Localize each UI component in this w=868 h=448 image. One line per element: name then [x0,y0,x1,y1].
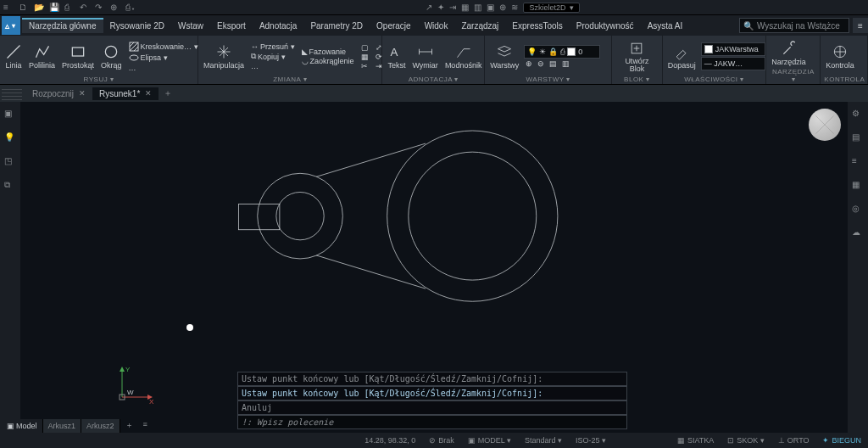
search-placeholder: Wyszukaj na Wstążce [757,21,840,31]
menu-icon[interactable]: ≡ [3,3,14,13]
template-dropdown[interactable]: Szkielet2D▾ [523,3,579,13]
tab-ai[interactable]: Asysta AI [641,18,690,33]
cloud-icon[interactable]: ☁ [852,227,864,239]
globe-icon[interactable]: ⊕ [110,3,120,13]
redo-icon[interactable]: ↷ [95,3,105,13]
grid-icon[interactable]: ▦ [461,3,469,12]
viewport[interactable]: Y X W Ustaw punkt końcowy lub [Kąt/Długo… [20,102,848,433]
tab-draw2d[interactable]: Rysowanie 2D [103,18,171,33]
undo-icon[interactable]: ↶ [80,3,90,13]
cmd-input[interactable]: !: Wpisz polecenie [237,415,627,429]
layout-sheet1[interactable]: Arkusz1 [43,419,82,433]
close-icon[interactable]: ✕ [145,89,152,98]
status-orto[interactable]: ⊥ORTO [775,436,813,445]
layer-selector[interactable]: 💡 ☀ 🔒 ⎙ 0 [524,45,600,59]
copy-icon[interactable]: ⧉ [4,180,16,192]
arrow-icon[interactable]: ↗ [426,3,432,12]
add-layout-button[interactable]: ＋ [120,419,138,433]
layers2-icon[interactable]: ▤ [852,132,864,144]
nav-icon[interactable]: ▣ [4,109,16,120]
array-icon[interactable]: ▦ [359,53,370,61]
open-icon[interactable]: 📂 [34,3,44,13]
trim-icon[interactable]: ✂ [359,62,370,70]
status-siatka[interactable]: ▦SIATKA [674,436,717,445]
linetype-selector[interactable]: — JAKW… [701,57,765,70]
line-button[interactable]: Linia [3,43,24,70]
ribbon-search[interactable]: 🔍 Wyszukaj na Wstążce [739,18,849,33]
ribbon: Linia Polilinia Prostokąt Okrąg Kreskowa… [0,36,868,85]
box-icon[interactable]: ◳ [4,156,16,168]
cursor-pickbox [186,324,193,331]
tab-insert[interactable]: Wstaw [171,18,210,33]
chamfer-button[interactable]: ◣Fazowanie [300,48,356,56]
col-icon[interactable]: ▥ [474,3,481,12]
match-props-button[interactable]: Dopasuj [666,43,698,70]
status-standard[interactable]: Standard ▾ [521,436,565,445]
tab-params[interactable]: Parametry 2D [303,18,370,33]
tab-home[interactable]: Narzędzia główne [22,18,103,33]
bulb-icon[interactable]: 💡 [4,132,16,144]
dimension-button[interactable]: Wymiar [410,43,439,70]
move-button[interactable]: ↔Przesuń ▾ [249,42,297,51]
text-button[interactable]: A Tekst [386,43,407,70]
fillet-button[interactable]: ◡Zaokrąglenie [300,57,356,65]
more-modify-button[interactable]: … [249,62,297,70]
color-selector[interactable]: JAKWarstwa [701,42,765,56]
tab-view[interactable]: Widok [418,18,455,33]
hatch-button[interactable]: Kreskowanie… ▾ [127,42,200,52]
status-skok[interactable]: ⊡SKOK ▾ [724,436,768,445]
status-iso[interactable]: ISO-25 ▾ [572,436,609,445]
saveas-icon[interactable]: ⎙ [64,3,75,13]
dims-icon[interactable]: ⇥ [449,3,456,12]
status-model[interactable]: ▣MODEL ▾ [465,436,515,445]
create-block-button[interactable]: Utwórz Blok [615,40,659,73]
control-button[interactable]: Kontrola [824,43,856,70]
layout-menu-button[interactable]: ≡ [138,419,153,433]
layers-icon[interactable]: ≋ [511,3,518,12]
layers-panel-button[interactable]: Warstwy [488,43,520,70]
navigation-wheel[interactable] [809,109,841,141]
tab-productivity[interactable]: Produktywność [570,18,641,33]
tab-drawing1[interactable]: Rysunek1*✕ [92,87,159,100]
document-tabs: Rozpocznij✕ Rysunek1*✕ ＋ [0,85,868,102]
leader-button[interactable]: Modnośnik [443,43,484,70]
tab-express[interactable]: ExpressTools [505,18,569,33]
grid2-icon[interactable]: ▦ [852,180,864,192]
save-icon[interactable]: 💾 [49,3,59,13]
settings-icon[interactable]: ⚙ [852,109,864,120]
tab-manage[interactable]: Zarządzaj [454,18,505,33]
list-icon[interactable]: ≡ [852,156,864,168]
status-brak[interactable]: ⊘Brak [426,436,458,445]
polyline-button[interactable]: Polilinia [27,43,57,70]
tab-start[interactable]: Rozpocznij✕ [25,87,92,100]
rectangle-button[interactable]: Prostokąt [60,43,96,70]
coords-readout[interactable]: 14.28, 98.32, 0 [361,436,419,445]
mirror-icon[interactable]: ▢ [359,43,370,52]
tab-export[interactable]: Eksport [210,18,253,33]
circle-button[interactable]: Okrąg [99,43,124,70]
new-icon[interactable]: 🗋 [19,3,29,13]
cube-icon[interactable]: ▣ [487,3,494,12]
app-menu-button[interactable]: ▵▾ [2,16,20,35]
more-draw-button[interactable]: … [127,64,200,72]
print-icon[interactable]: ⎙▾ [125,3,136,13]
balloon-icon[interactable]: ◎ [852,204,864,216]
copy-button[interactable]: ⧉Kopiuj ▾ [249,52,297,61]
ellipse-button[interactable]: Elipsa ▾ [127,53,200,63]
add-tab-button[interactable]: ＋ [159,86,177,101]
globe2-icon[interactable]: ⊕ [499,3,506,12]
tab-annotate[interactable]: Adnotacja [253,18,303,33]
close-icon[interactable]: ✕ [79,89,86,98]
group-title-layers: WARSTWY ▾ [488,76,608,84]
ribbon-group-control: Kontrola KONTROLA [821,36,868,84]
help-icon[interactable]: ≡ [853,18,868,33]
tab-ops[interactable]: Operacje [370,18,418,33]
manipulate-button[interactable]: Manipulacja [202,43,246,70]
layout-model[interactable]: ▣Model [2,419,43,433]
status-biegun[interactable]: ✦BIEGUN [819,436,865,445]
command-line[interactable]: Ustaw punkt końcowy lub [Kąt/Długość/Śle… [237,372,627,429]
layout-sheet2[interactable]: Arkusz2 [81,419,120,433]
layer-tools[interactable]: ⊕⊖▤▥ [524,59,600,68]
tools-button[interactable]: Narzędzia [770,40,808,66]
wand-icon[interactable]: ✦ [437,3,444,12]
